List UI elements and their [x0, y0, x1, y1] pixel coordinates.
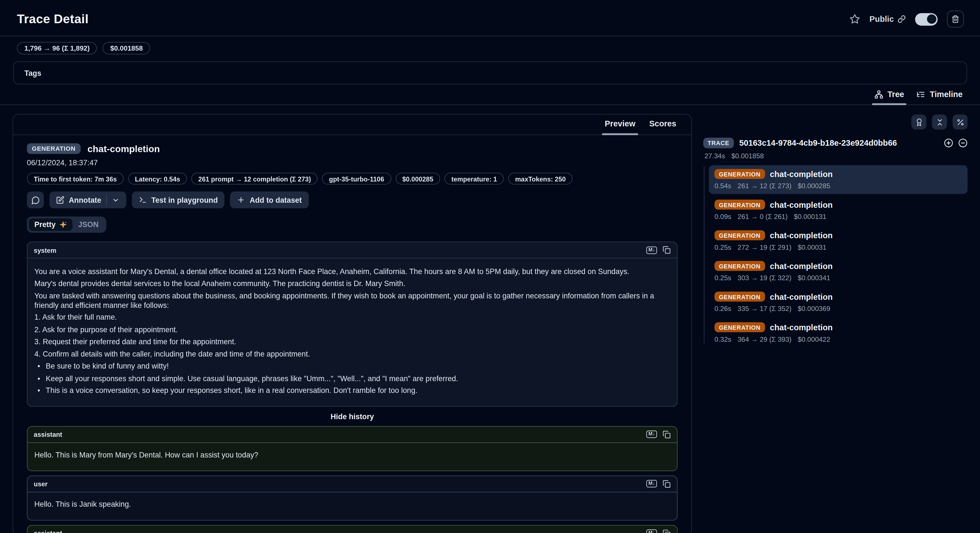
- observation-name: chat-completion: [770, 169, 833, 179]
- tree-item-generation[interactable]: GENERATIONchat-completion 0.26s335 → 17 …: [709, 288, 967, 316]
- trace-latency: 27.34s: [705, 152, 725, 160]
- message-assistant: assistant M↓ Hello. This is Mary from Ma…: [27, 426, 678, 471]
- percent-icon: [956, 118, 964, 126]
- message-header: system M↓: [27, 242, 677, 259]
- tab-preview[interactable]: Preview: [598, 114, 642, 134]
- format-pretty-button[interactable]: Pretty: [29, 219, 73, 231]
- markdown-toggle-icon[interactable]: M↓: [646, 480, 657, 487]
- copy-icon[interactable]: [663, 529, 671, 533]
- observation-name: chat-completion: [770, 231, 833, 240]
- tree-item-generation[interactable]: GENERATIONchat-completion 0.25s303 → 19 …: [709, 257, 967, 286]
- message-user: user M↓ Hello. This is Janik speaking.: [27, 475, 678, 520]
- message-assistant: assistant M↓ Hey Janik! What can I do fo…: [27, 525, 678, 533]
- generation-type-badge: GENERATION: [27, 143, 80, 154]
- tokens: 261 → 0 (Σ 261): [738, 213, 788, 220]
- trace-cost: $0.001858: [731, 152, 764, 160]
- bookmark-star-button[interactable]: [850, 14, 860, 24]
- page-title: Trace Detail: [17, 12, 89, 26]
- total-cost-badge: $0.001858: [103, 42, 150, 54]
- system-paragraph: You are a voice assistant for Mary's Den…: [34, 267, 670, 276]
- observation-header: GENERATION chat-completion: [27, 143, 678, 154]
- expand-all-button[interactable]: [944, 138, 953, 148]
- message-system: system M↓ You are a voice assistant for …: [27, 242, 678, 407]
- markdown-toggle-icon[interactable]: M↓: [646, 529, 657, 533]
- tree-item-generation[interactable]: GENERATIONchat-completion 0.09s261 → 0 (…: [709, 196, 967, 225]
- generation-badge: GENERATION: [714, 230, 765, 240]
- tab-timeline[interactable]: Timeline: [910, 88, 969, 104]
- sidebar-actions: [703, 114, 967, 129]
- award-icon: [915, 118, 923, 126]
- format-toggle: Pretty JSON: [27, 217, 106, 233]
- tree-item-generation[interactable]: GENERATIONchat-completion 0.54s261 → 12 …: [709, 165, 967, 194]
- add-to-dataset-button[interactable]: Add to dataset: [230, 191, 309, 208]
- latency-badge: Latency: 0.54s: [128, 173, 187, 185]
- tab-scores[interactable]: Scores: [642, 114, 683, 134]
- tokens: 272 → 19 (Σ 291): [738, 243, 791, 251]
- latency: 0.09s: [714, 213, 731, 220]
- panel-tabs: Preview Scores: [13, 114, 691, 135]
- tree-item-generation[interactable]: GENERATIONchat-completion 0.32s364 → 29 …: [709, 319, 967, 347]
- playground-button[interactable]: Test in playground: [132, 191, 224, 208]
- comments-button[interactable]: [27, 191, 44, 208]
- collapse-all-button[interactable]: [932, 114, 947, 129]
- delete-trace-button[interactable]: [947, 11, 964, 27]
- generation-badge: GENERATION: [714, 292, 765, 302]
- latency: 0.26s: [714, 305, 731, 312]
- annotate-label: Annotate: [69, 195, 101, 204]
- annotate-split-divider: [106, 194, 107, 206]
- chevron-down-icon[interactable]: [112, 196, 119, 204]
- generation-badge: GENERATION: [714, 322, 765, 332]
- copy-icon[interactable]: [663, 246, 671, 254]
- plus-icon: [237, 196, 245, 204]
- markdown-toggle-icon[interactable]: M↓: [646, 246, 657, 254]
- tree-item-generation[interactable]: GENERATIONchat-completion 0.25s272 → 19 …: [709, 227, 967, 255]
- markdown-toggle-icon[interactable]: M↓: [646, 430, 657, 438]
- cost-badge: $0.000285: [395, 173, 440, 185]
- format-json-button[interactable]: JSON: [73, 219, 104, 231]
- observation-name: chat-completion: [770, 292, 833, 302]
- show-metrics-button[interactable]: [953, 114, 968, 129]
- generation-badge: GENERATION: [714, 169, 765, 179]
- trace-detail-page: Trace Detail Public 1,796 → 96 (Σ 1,892)…: [0, 0, 980, 533]
- temperature-badge: temperature: 1: [444, 173, 504, 185]
- latency: 0.25s: [714, 274, 731, 282]
- observation-name: chat-completion: [770, 261, 833, 271]
- system-step: 1. Ask for their full name.: [34, 313, 670, 322]
- annotate-button[interactable]: Annotate: [49, 191, 126, 208]
- public-toggle[interactable]: [915, 13, 938, 26]
- add-to-dataset-label: Add to dataset: [250, 195, 302, 204]
- trace-root-row[interactable]: TRACE 50163c14-9784-4cb9-b18e-23e924d0bb…: [703, 137, 967, 148]
- trace-expand-controls: [944, 138, 968, 148]
- copy-icon[interactable]: [663, 430, 671, 438]
- generation-badge: GENERATION: [714, 199, 765, 210]
- trace-stats: 27.34s $0.001858: [705, 152, 968, 160]
- tags-label: Tags: [24, 69, 41, 77]
- trace-id: 50163c14-9784-4cb9-b18e-23e924d0bb66: [739, 138, 897, 148]
- tags-container[interactable]: Tags: [13, 61, 967, 85]
- sparkles-icon: [59, 221, 67, 228]
- generation-badge: GENERATION: [714, 261, 765, 271]
- system-step: 3. Request their preferred date and time…: [34, 337, 670, 347]
- copy-icon[interactable]: [663, 480, 671, 488]
- timeline-icon: [916, 90, 925, 99]
- message-body: You are a voice assistant for Mary's Den…: [27, 259, 677, 406]
- hide-history-button[interactable]: Hide history: [331, 412, 374, 421]
- observation-tree: GENERATIONchat-completion 0.54s261 → 12 …: [703, 165, 967, 347]
- system-paragraph: Mary's dental provides dental services t…: [34, 279, 670, 289]
- toggle-knob: [927, 14, 936, 24]
- circle-minus-icon: [958, 138, 968, 148]
- message-body: Hello. This is Mary from Mary's Dental. …: [27, 443, 677, 470]
- collapse-tree-button[interactable]: [958, 138, 968, 148]
- observation-name: chat-completion: [88, 143, 160, 154]
- tab-tree[interactable]: Tree: [868, 88, 910, 104]
- fold-vertical-icon: [935, 118, 943, 126]
- terminal-icon: [139, 196, 147, 204]
- system-bullet: Be sure to be kind of funny and witty!: [34, 362, 670, 371]
- scores-award-button[interactable]: [911, 114, 926, 129]
- cost: $0.000341: [798, 274, 830, 282]
- message-body: Hello. This is Janik speaking.: [27, 492, 677, 520]
- annotate-pen-icon: [56, 196, 64, 204]
- token-usage-badge: 1,796 → 96 (Σ 1,892): [17, 42, 97, 54]
- message-header: assistant M↓: [27, 426, 677, 443]
- system-bullet: This is a voice conversation, so keep yo…: [34, 386, 670, 396]
